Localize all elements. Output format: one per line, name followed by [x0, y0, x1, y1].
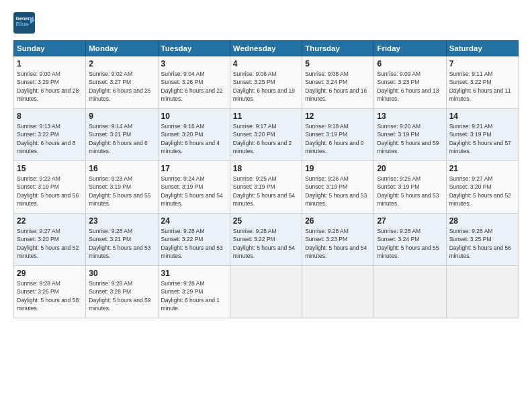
col-header-wednesday: Wednesday: [230, 41, 302, 56]
sunrise: Sunrise: 9:13 AM: [17, 123, 60, 130]
day-info: Sunrise: 9:27 AM Sunset: 3:20 PM Dayligh…: [17, 227, 83, 260]
sunset: Sunset: 3:29 PM: [17, 79, 59, 85]
day-cell: 14 Sunrise: 9:21 AM Sunset: 3:19 PM Dayl…: [446, 109, 518, 161]
day-cell: 13 Sunrise: 9:20 AM Sunset: 3:19 PM Dayl…: [374, 109, 446, 161]
sunset: Sunset: 3:22 PM: [161, 236, 204, 242]
sunset: Sunset: 3:20 PM: [449, 183, 492, 190]
day-info: Sunrise: 9:28 AM Sunset: 3:26 PM Dayligh…: [17, 279, 83, 312]
sunset: Sunset: 3:22 PM: [233, 236, 275, 242]
day-info: Sunrise: 9:08 AM Sunset: 3:24 PM Dayligh…: [305, 70, 371, 103]
daylight: Daylight: 6 hours and 19 minutes.: [233, 87, 295, 102]
day-number: 14: [449, 111, 515, 121]
day-number: 27: [377, 216, 443, 226]
day-number: 3: [161, 59, 227, 68]
week-row-4: 22 Sunrise: 9:27 AM Sunset: 3:20 PM Dayl…: [14, 214, 519, 266]
day-cell: 12 Sunrise: 9:18 AM Sunset: 3:19 PM Dayl…: [302, 109, 374, 161]
col-header-monday: Monday: [86, 41, 158, 56]
day-cell: 21 Sunrise: 9:27 AM Sunset: 3:20 PM Dayl…: [446, 161, 518, 214]
daylight: Daylight: 6 hours and 2 minutes.: [233, 140, 292, 154]
day-info: Sunrise: 9:28 AM Sunset: 3:28 PM Dayligh…: [89, 279, 154, 312]
daylight: Daylight: 6 hours and 6 minutes.: [89, 140, 147, 154]
col-header-saturday: Saturday: [446, 41, 518, 56]
day-info: Sunrise: 9:28 AM Sunset: 3:22 PM Dayligh…: [233, 227, 299, 260]
sunrise: Sunrise: 9:18 AM: [305, 123, 349, 130]
day-info: Sunrise: 9:00 AM Sunset: 3:29 PM Dayligh…: [17, 70, 83, 103]
day-cell: 22 Sunrise: 9:27 AM Sunset: 3:20 PM Dayl…: [14, 214, 86, 266]
daylight: Daylight: 5 hours and 54 minutes.: [161, 192, 223, 207]
day-number: 19: [305, 164, 371, 173]
day-cell: 28 Sunrise: 9:28 AM Sunset: 3:25 PM Dayl…: [446, 214, 518, 266]
sunrise: Sunrise: 9:11 AM: [449, 71, 493, 77]
sunset: Sunset: 3:19 PM: [89, 183, 131, 190]
sunrise: Sunrise: 9:24 AM: [161, 175, 205, 182]
day-cell: 5 Sunrise: 9:08 AM Sunset: 3:24 PM Dayli…: [302, 56, 374, 109]
day-cell: 11 Sunrise: 9:17 AM Sunset: 3:20 PM Dayl…: [230, 109, 302, 161]
day-number: 6: [377, 59, 443, 68]
day-info: Sunrise: 9:02 AM Sunset: 3:27 PM Dayligh…: [89, 70, 154, 103]
day-cell: 10 Sunrise: 9:16 AM Sunset: 3:20 PM Dayl…: [158, 109, 230, 161]
sunset: Sunset: 3:24 PM: [305, 79, 347, 85]
day-info: Sunrise: 9:06 AM Sunset: 3:25 PM Dayligh…: [233, 70, 299, 103]
daylight: Daylight: 6 hours and 16 minutes.: [305, 87, 367, 102]
day-info: Sunrise: 9:26 AM Sunset: 3:19 PM Dayligh…: [377, 175, 443, 208]
day-number: 18: [233, 164, 299, 173]
daylight: Daylight: 6 hours and 4 minutes.: [161, 140, 220, 154]
day-cell: 29 Sunrise: 9:28 AM Sunset: 3:26 PM Dayl…: [14, 266, 86, 318]
calendar-table: SundayMondayTuesdayWednesdayThursdayFrid…: [13, 40, 519, 318]
day-number: 1: [17, 59, 83, 68]
sunrise: Sunrise: 9:17 AM: [233, 123, 277, 130]
sunset: Sunset: 3:19 PM: [305, 131, 347, 138]
daylight: Daylight: 5 hours and 52 minutes.: [449, 192, 511, 207]
daylight: Daylight: 5 hours and 58 minutes.: [17, 297, 79, 312]
day-number: 9: [89, 111, 154, 121]
day-number: 31: [161, 269, 227, 278]
day-number: 21: [449, 164, 515, 173]
day-number: 24: [161, 216, 227, 226]
day-info: Sunrise: 9:11 AM Sunset: 3:22 PM Dayligh…: [449, 70, 515, 103]
logo-icon: General Blue: [13, 12, 35, 34]
sunrise: Sunrise: 9:22 AM: [17, 175, 60, 182]
day-number: 8: [17, 111, 83, 121]
day-info: Sunrise: 9:09 AM Sunset: 3:23 PM Dayligh…: [377, 70, 443, 103]
day-cell: 17 Sunrise: 9:24 AM Sunset: 3:19 PM Dayl…: [158, 161, 230, 214]
day-info: Sunrise: 9:28 AM Sunset: 3:22 PM Dayligh…: [161, 227, 227, 260]
day-number: 4: [233, 59, 299, 68]
day-number: 26: [305, 216, 371, 226]
sunset: Sunset: 3:29 PM: [161, 288, 204, 295]
day-info: Sunrise: 9:24 AM Sunset: 3:19 PM Dayligh…: [161, 175, 227, 208]
day-cell: 15 Sunrise: 9:22 AM Sunset: 3:19 PM Dayl…: [14, 161, 86, 214]
day-info: Sunrise: 9:20 AM Sunset: 3:19 PM Dayligh…: [377, 122, 443, 155]
day-number: 23: [89, 216, 154, 226]
sunset: Sunset: 3:25 PM: [233, 79, 275, 85]
day-cell: 7 Sunrise: 9:11 AM Sunset: 3:22 PM Dayli…: [446, 56, 518, 109]
sunset: Sunset: 3:19 PM: [377, 183, 419, 190]
sunrise: Sunrise: 9:23 AM: [89, 175, 132, 182]
sunset: Sunset: 3:22 PM: [17, 131, 59, 138]
sunrise: Sunrise: 9:20 AM: [377, 123, 420, 130]
calendar-page: General Blue SundayMondayTuesdayWednesda…: [0, 0, 532, 411]
day-cell: 31 Sunrise: 9:28 AM Sunset: 3:29 PM Dayl…: [158, 266, 230, 318]
daylight: Daylight: 5 hours and 57 minutes.: [449, 140, 511, 154]
daylight: Daylight: 6 hours and 13 minutes.: [377, 87, 439, 102]
sunset: Sunset: 3:19 PM: [161, 183, 204, 190]
daylight: Daylight: 5 hours and 56 minutes.: [449, 244, 511, 259]
day-number: 13: [377, 111, 443, 121]
week-row-2: 8 Sunrise: 9:13 AM Sunset: 3:22 PM Dayli…: [14, 109, 519, 161]
sunset: Sunset: 3:19 PM: [305, 183, 347, 190]
day-info: Sunrise: 9:16 AM Sunset: 3:20 PM Dayligh…: [161, 122, 227, 155]
day-info: Sunrise: 9:28 AM Sunset: 3:23 PM Dayligh…: [305, 227, 371, 260]
day-number: 28: [449, 216, 515, 226]
day-info: Sunrise: 9:22 AM Sunset: 3:19 PM Dayligh…: [17, 175, 83, 208]
daylight: Daylight: 5 hours and 59 minutes.: [377, 140, 439, 154]
daylight: Daylight: 6 hours and 0 minutes.: [305, 140, 363, 154]
sunset: Sunset: 3:19 PM: [377, 131, 419, 138]
day-number: 15: [17, 164, 83, 173]
day-cell: 24 Sunrise: 9:28 AM Sunset: 3:22 PM Dayl…: [158, 214, 230, 266]
day-info: Sunrise: 9:25 AM Sunset: 3:19 PM Dayligh…: [233, 175, 299, 208]
sunrise: Sunrise: 9:16 AM: [161, 123, 205, 130]
day-cell: 18 Sunrise: 9:25 AM Sunset: 3:19 PM Dayl…: [230, 161, 302, 214]
sunrise: Sunrise: 9:28 AM: [89, 228, 132, 234]
day-cell: [374, 266, 446, 318]
day-number: 22: [17, 216, 83, 226]
day-cell: 23 Sunrise: 9:28 AM Sunset: 3:21 PM Dayl…: [86, 214, 158, 266]
